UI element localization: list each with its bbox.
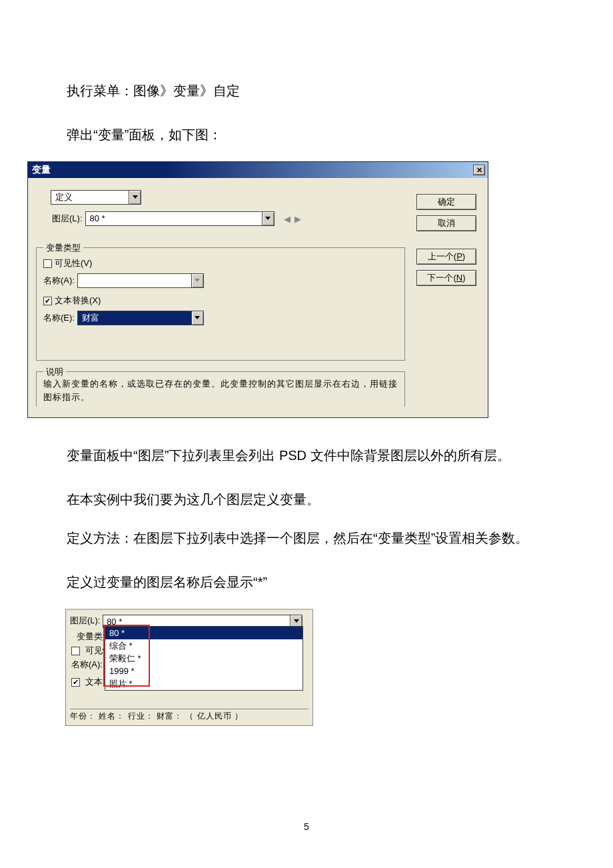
visibility-label: 可见性(V) xyxy=(55,257,92,269)
name-a-label: 名称(A): xyxy=(71,659,103,669)
visibility-checkbox[interactable] xyxy=(43,259,52,268)
mode-select[interactable]: 定义 xyxy=(51,190,141,205)
paragraph: 定义方法：在图层下拉列表中选择一个图层，然后在“变量类型”设置相关参数。 xyxy=(67,521,546,555)
dialog-titlebar: 变量 ✕ xyxy=(28,162,488,178)
chevron-down-icon[interactable] xyxy=(191,311,203,325)
layer-label: 图层(L): xyxy=(52,213,83,225)
prev-button[interactable]: 上一个(P) xyxy=(416,249,476,265)
svg-marker-1 xyxy=(265,217,271,220)
dropdown-option[interactable]: 照片 * xyxy=(105,677,303,690)
chevron-down-icon[interactable] xyxy=(262,212,274,225)
description-group: 说明 输入新变量的名称，或选取已存在的变量。此变量控制的其它图层显示在右边，用链… xyxy=(36,371,405,407)
description-text: 输入新变量的名称，或选取已存在的变量。此变量控制的其它图层显示在右边，用链接图标… xyxy=(43,377,398,404)
close-icon[interactable]: ✕ xyxy=(473,165,485,175)
dropdown-option[interactable]: 综合 * xyxy=(105,639,303,652)
layer-select[interactable]: 80 * xyxy=(85,211,275,226)
variable-type-group: 变量类型 可见性(V) 名称(A): xyxy=(36,247,405,361)
footer-line: 年份： 姓名： 行业： 财富： （ 亿人民币 ） xyxy=(70,709,308,722)
prev-layer-icon[interactable]: ◀ xyxy=(284,214,291,224)
mode-select-value: 定义 xyxy=(51,191,129,204)
text-replace-checkbox[interactable]: ✔ xyxy=(43,297,52,305)
name-e-label: 名称(E): xyxy=(43,312,75,324)
text-replace-checkbox[interactable]: ✔ xyxy=(71,678,80,687)
page-number: 5 xyxy=(0,821,613,832)
name-e-value: 财富 xyxy=(78,311,191,325)
paragraph: 执行菜单：图像》变量》自定 xyxy=(67,73,546,108)
group-legend: 变量类型 xyxy=(43,242,83,254)
layer-dropdown-list[interactable]: 80 *综合 *荣毅仁 *1999 *照片 * xyxy=(105,626,303,691)
svg-marker-4 xyxy=(294,619,299,623)
paragraph: 在本实例中我们要为这几个图层定义变量。 xyxy=(67,482,546,517)
name-a-label: 名称(A): xyxy=(43,275,75,287)
text-replace-label: 文本替换(X) xyxy=(55,295,101,307)
dropdown-option[interactable]: 1999 * xyxy=(105,665,303,677)
cancel-button[interactable]: 取消 xyxy=(416,215,476,231)
chevron-down-icon[interactable] xyxy=(129,191,141,204)
document-page: 执行菜单：图像》变量》自定 弹出“变量”面板，如下图： 变量 ✕ 定义 xyxy=(0,0,613,868)
variables-dialog: 变量 ✕ 定义 图层(L): 80 * xyxy=(27,161,488,418)
chevron-down-icon xyxy=(191,274,203,287)
layer-dropdown-snippet: 图层(L): 80 * 80 *综合 *荣毅仁 *1999 *照片 * 变量类型… xyxy=(65,609,313,726)
layer-select-value: 80 * xyxy=(86,212,262,225)
name-a-input xyxy=(77,273,204,288)
dialog-button-column: 确定 取消 上一个(P) 下一个(N) xyxy=(413,190,480,291)
svg-marker-0 xyxy=(133,195,138,199)
visibility-checkbox[interactable] xyxy=(71,647,80,655)
dialog-title: 变量 xyxy=(32,164,51,176)
ok-button[interactable]: 确定 xyxy=(416,194,476,210)
layer-select-value: 80 * xyxy=(103,617,290,627)
dropdown-option[interactable]: 80 * xyxy=(105,627,303,639)
layer-label: 图层(L): xyxy=(70,615,101,625)
svg-marker-2 xyxy=(195,279,200,282)
paragraph: 弹出“变量”面板，如下图： xyxy=(67,117,546,152)
paragraph: 变量面板中“图层”下拉列表里会列出 PSD 文件中除背景图层以外的所有层。 xyxy=(67,438,546,473)
name-e-input[interactable]: 财富 xyxy=(77,311,204,325)
next-button[interactable]: 下一个(N) xyxy=(416,270,476,286)
layer-nav: ◀ ▶ xyxy=(284,214,301,224)
group-legend: 说明 xyxy=(43,366,66,378)
svg-marker-3 xyxy=(195,316,200,319)
dropdown-option[interactable]: 荣毅仁 * xyxy=(105,652,303,665)
paragraph: 定义过变量的图层名称后会显示“*” xyxy=(67,565,546,599)
next-layer-icon[interactable]: ▶ xyxy=(295,214,301,224)
